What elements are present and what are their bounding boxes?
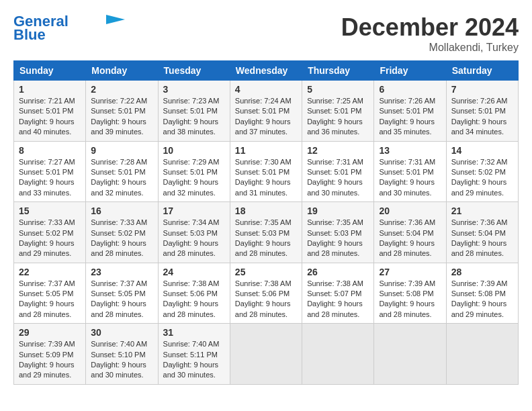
- calendar-cell: 17Sunrise: 7:34 AM Sunset: 5:03 PM Dayli…: [158, 202, 230, 263]
- cell-text: Sunrise: 7:34 AM Sunset: 5:03 PM Dayligh…: [163, 218, 225, 259]
- day-number: 10: [163, 145, 225, 156]
- calendar-cell: 23Sunrise: 7:37 AM Sunset: 5:05 PM Dayli…: [86, 263, 158, 324]
- cell-text: Sunrise: 7:21 AM Sunset: 5:01 PM Dayligh…: [19, 96, 81, 138]
- cell-text: Sunrise: 7:32 AM Sunset: 5:02 PM Dayligh…: [451, 157, 513, 199]
- calendar-cell: 3Sunrise: 7:23 AM Sunset: 5:01 PM Daylig…: [158, 81, 230, 142]
- cell-text: Sunrise: 7:36 AM Sunset: 5:04 PM Dayligh…: [379, 218, 441, 259]
- day-number: 14: [451, 145, 513, 156]
- calendar-cell: [302, 324, 374, 385]
- calendar-cell: 7Sunrise: 7:26 AM Sunset: 5:01 PM Daylig…: [446, 81, 518, 142]
- cell-text: Sunrise: 7:38 AM Sunset: 5:07 PM Dayligh…: [307, 279, 369, 320]
- logo-blue-text: Blue: [13, 27, 46, 43]
- cell-text: Sunrise: 7:36 AM Sunset: 5:04 PM Dayligh…: [451, 218, 513, 259]
- header-day-monday: Monday: [86, 61, 158, 81]
- day-number: 21: [451, 205, 513, 216]
- calendar-cell: 21Sunrise: 7:36 AM Sunset: 5:04 PM Dayli…: [446, 202, 518, 263]
- calendar-cell: 6Sunrise: 7:26 AM Sunset: 5:01 PM Daylig…: [374, 81, 446, 142]
- cell-text: Sunrise: 7:24 AM Sunset: 5:01 PM Dayligh…: [235, 96, 297, 138]
- day-number: 2: [91, 84, 152, 95]
- calendar-cell: 16Sunrise: 7:33 AM Sunset: 5:02 PM Dayli…: [86, 202, 158, 263]
- calendar-title: December 2024: [341, 13, 519, 42]
- day-number: 5: [307, 84, 369, 95]
- cell-text: Sunrise: 7:33 AM Sunset: 5:02 PM Dayligh…: [91, 218, 152, 259]
- day-number: 29: [19, 327, 81, 338]
- day-number: 15: [19, 205, 81, 216]
- calendar-cell: 30Sunrise: 7:40 AM Sunset: 5:10 PM Dayli…: [86, 324, 158, 385]
- cell-text: Sunrise: 7:28 AM Sunset: 5:01 PM Dayligh…: [91, 157, 152, 199]
- day-number: 27: [379, 267, 441, 277]
- day-number: 13: [379, 145, 441, 156]
- calendar-cell: 28Sunrise: 7:39 AM Sunset: 5:08 PM Dayli…: [446, 263, 518, 324]
- header-day-thursday: Thursday: [302, 61, 374, 81]
- cell-text: Sunrise: 7:37 AM Sunset: 5:05 PM Dayligh…: [19, 279, 81, 320]
- calendar-cell: 5Sunrise: 7:25 AM Sunset: 5:01 PM Daylig…: [302, 81, 374, 142]
- calendar-body: 1Sunrise: 7:21 AM Sunset: 5:01 PM Daylig…: [14, 81, 519, 385]
- cell-text: Sunrise: 7:33 AM Sunset: 5:02 PM Dayligh…: [19, 218, 81, 259]
- day-number: 1: [19, 84, 81, 95]
- day-number: 20: [379, 205, 441, 216]
- day-number: 19: [307, 205, 369, 216]
- cell-text: Sunrise: 7:26 AM Sunset: 5:01 PM Dayligh…: [451, 96, 513, 138]
- calendar-week-row: 29Sunrise: 7:39 AM Sunset: 5:09 PM Dayli…: [14, 324, 519, 385]
- cell-text: Sunrise: 7:31 AM Sunset: 5:01 PM Dayligh…: [379, 157, 441, 199]
- cell-text: Sunrise: 7:23 AM Sunset: 5:01 PM Dayligh…: [163, 96, 225, 138]
- day-number: 8: [19, 145, 81, 156]
- calendar-cell: 18Sunrise: 7:35 AM Sunset: 5:03 PM Dayli…: [230, 202, 302, 263]
- cell-text: Sunrise: 7:40 AM Sunset: 5:10 PM Dayligh…: [91, 339, 152, 381]
- svg-marker-0: [106, 15, 125, 24]
- cell-text: Sunrise: 7:30 AM Sunset: 5:01 PM Dayligh…: [235, 157, 297, 199]
- day-number: 6: [379, 84, 441, 95]
- cell-text: Sunrise: 7:39 AM Sunset: 5:09 PM Dayligh…: [19, 339, 81, 381]
- cell-text: Sunrise: 7:27 AM Sunset: 5:01 PM Dayligh…: [19, 157, 81, 199]
- day-number: 9: [91, 145, 152, 156]
- calendar-week-row: 22Sunrise: 7:37 AM Sunset: 5:05 PM Dayli…: [14, 263, 519, 324]
- calendar-cell: 11Sunrise: 7:30 AM Sunset: 5:01 PM Dayli…: [230, 141, 302, 202]
- day-number: 17: [163, 205, 225, 216]
- calendar-cell: 25Sunrise: 7:38 AM Sunset: 5:06 PM Dayli…: [230, 263, 302, 324]
- day-number: 11: [235, 145, 297, 156]
- day-number: 26: [307, 267, 369, 277]
- cell-text: Sunrise: 7:40 AM Sunset: 5:11 PM Dayligh…: [163, 339, 225, 381]
- calendar-cell: 2Sunrise: 7:22 AM Sunset: 5:01 PM Daylig…: [86, 81, 158, 142]
- day-number: 23: [91, 267, 152, 277]
- cell-text: Sunrise: 7:39 AM Sunset: 5:08 PM Dayligh…: [451, 279, 513, 320]
- day-number: 3: [163, 84, 225, 95]
- calendar-cell: 12Sunrise: 7:31 AM Sunset: 5:01 PM Dayli…: [302, 141, 374, 202]
- calendar-week-row: 8Sunrise: 7:27 AM Sunset: 5:01 PM Daylig…: [14, 141, 519, 202]
- calendar-cell: 4Sunrise: 7:24 AM Sunset: 5:01 PM Daylig…: [230, 81, 302, 142]
- cell-text: Sunrise: 7:39 AM Sunset: 5:08 PM Dayligh…: [379, 279, 441, 320]
- calendar-header-row: SundayMondayTuesdayWednesdayThursdayFrid…: [14, 61, 519, 81]
- calendar-week-row: 15Sunrise: 7:33 AM Sunset: 5:02 PM Dayli…: [14, 202, 519, 263]
- calendar-cell: 15Sunrise: 7:33 AM Sunset: 5:02 PM Dayli…: [14, 202, 86, 263]
- calendar-cell: 10Sunrise: 7:29 AM Sunset: 5:01 PM Dayli…: [158, 141, 230, 202]
- calendar-cell: [374, 324, 446, 385]
- calendar-subtitle: Mollakendi, Turkey: [341, 42, 519, 54]
- calendar-cell: [230, 324, 302, 385]
- day-number: 4: [235, 84, 297, 95]
- calendar-week-row: 1Sunrise: 7:21 AM Sunset: 5:01 PM Daylig…: [14, 81, 519, 142]
- cell-text: Sunrise: 7:26 AM Sunset: 5:01 PM Dayligh…: [379, 96, 441, 138]
- header-day-sunday: Sunday: [14, 61, 86, 81]
- cell-text: Sunrise: 7:38 AM Sunset: 5:06 PM Dayligh…: [235, 279, 297, 320]
- calendar-cell: [446, 324, 518, 385]
- calendar-cell: 9Sunrise: 7:28 AM Sunset: 5:01 PM Daylig…: [86, 141, 158, 202]
- day-number: 30: [91, 327, 152, 338]
- cell-text: Sunrise: 7:29 AM Sunset: 5:01 PM Dayligh…: [163, 157, 225, 199]
- logo-arrow-icon: [106, 15, 125, 24]
- day-number: 28: [451, 267, 513, 277]
- cell-text: Sunrise: 7:37 AM Sunset: 5:05 PM Dayligh…: [91, 279, 152, 320]
- calendar-cell: 27Sunrise: 7:39 AM Sunset: 5:08 PM Dayli…: [374, 263, 446, 324]
- header-day-wednesday: Wednesday: [230, 61, 302, 81]
- day-number: 24: [163, 267, 225, 277]
- header-day-friday: Friday: [374, 61, 446, 81]
- calendar-cell: 13Sunrise: 7:31 AM Sunset: 5:01 PM Dayli…: [374, 141, 446, 202]
- calendar-cell: 31Sunrise: 7:40 AM Sunset: 5:11 PM Dayli…: [158, 324, 230, 385]
- logo: General Blue: [13, 13, 125, 43]
- day-number: 16: [91, 205, 152, 216]
- day-number: 12: [307, 145, 369, 156]
- cell-text: Sunrise: 7:35 AM Sunset: 5:03 PM Dayligh…: [235, 218, 297, 259]
- cell-text: Sunrise: 7:31 AM Sunset: 5:01 PM Dayligh…: [307, 157, 369, 199]
- cell-text: Sunrise: 7:35 AM Sunset: 5:03 PM Dayligh…: [307, 218, 369, 259]
- header: General Blue December 2024 Mollakendi, T…: [13, 13, 519, 54]
- cell-text: Sunrise: 7:38 AM Sunset: 5:06 PM Dayligh…: [163, 279, 225, 320]
